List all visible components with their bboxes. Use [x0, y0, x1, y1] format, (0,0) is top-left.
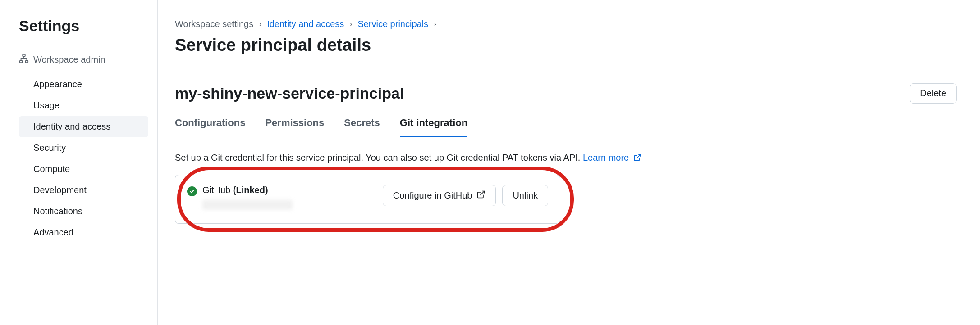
git-provider-card: GitHub (Linked) Configure in GitHub	[175, 175, 560, 224]
sidebar-item-compute[interactable]: Compute	[19, 158, 148, 180]
chevron-right-icon: ›	[349, 19, 352, 29]
sidebar-section-workspace-admin[interactable]: Workspace admin	[19, 54, 148, 66]
git-card-actions: Configure in GitHub Unlink	[383, 185, 548, 206]
breadcrumb-workspace-settings[interactable]: Workspace settings	[175, 19, 253, 29]
tab-permissions[interactable]: Permissions	[265, 112, 324, 137]
git-linked-label: (Linked)	[233, 185, 268, 195]
sidebar-item-security[interactable]: Security	[19, 137, 148, 158]
hierarchy-icon	[19, 54, 29, 66]
chevron-right-icon: ›	[434, 19, 436, 29]
external-link-icon	[476, 190, 485, 201]
learn-more-link[interactable]: Learn more	[583, 153, 641, 162]
unlink-button[interactable]: Unlink	[502, 185, 548, 206]
principal-name: my-shiny-new-service-principal	[175, 85, 404, 102]
configure-in-github-button[interactable]: Configure in GitHub	[383, 185, 496, 206]
page-title: Service principal details	[175, 36, 957, 55]
git-provider-status: GitHub (Linked)	[202, 185, 293, 195]
settings-heading: Settings	[19, 17, 148, 35]
tab-secrets[interactable]: Secrets	[344, 112, 380, 137]
breadcrumb: Workspace settings › Identity and access…	[175, 19, 957, 29]
git-account-redacted	[202, 200, 293, 210]
breadcrumb-service-principals[interactable]: Service principals	[357, 19, 428, 29]
chevron-right-icon: ›	[259, 19, 261, 29]
svg-line-4	[481, 191, 485, 195]
svg-line-3	[637, 154, 640, 158]
svg-rect-1	[20, 61, 23, 63]
breadcrumb-identity-and-access[interactable]: Identity and access	[267, 19, 344, 29]
main-content: Workspace settings › Identity and access…	[158, 0, 980, 325]
tab-configurations[interactable]: Configurations	[175, 112, 245, 137]
sidebar-item-usage[interactable]: Usage	[19, 95, 148, 116]
git-card-wrapper: GitHub (Linked) Configure in GitHub	[175, 175, 560, 224]
settings-sidebar: Settings Workspace admin Appearance Usag…	[0, 0, 158, 325]
tabs: Configurations Permissions Secrets Git i…	[175, 112, 957, 137]
delete-button[interactable]: Delete	[910, 83, 957, 104]
sidebar-section-label: Workspace admin	[33, 54, 105, 65]
svg-rect-0	[23, 54, 25, 57]
sidebar-item-advanced[interactable]: Advanced	[19, 222, 148, 243]
git-card-info: GitHub (Linked)	[187, 185, 293, 210]
tab-git-integration[interactable]: Git integration	[400, 112, 467, 137]
svg-rect-2	[26, 61, 28, 63]
sidebar-item-development[interactable]: Development	[19, 180, 148, 201]
principal-header: my-shiny-new-service-principal Delete	[175, 83, 957, 104]
divider	[175, 65, 957, 65]
sidebar-items-list: Appearance Usage Identity and access Sec…	[19, 74, 148, 243]
sidebar-item-appearance[interactable]: Appearance	[19, 74, 148, 95]
git-provider-name: GitHub	[202, 185, 230, 195]
git-integration-description: Set up a Git credential for this service…	[175, 153, 957, 164]
check-circle-icon	[187, 186, 197, 196]
sidebar-item-identity-and-access[interactable]: Identity and access	[19, 116, 148, 137]
sidebar-item-notifications[interactable]: Notifications	[19, 201, 148, 222]
external-link-icon	[633, 153, 641, 163]
